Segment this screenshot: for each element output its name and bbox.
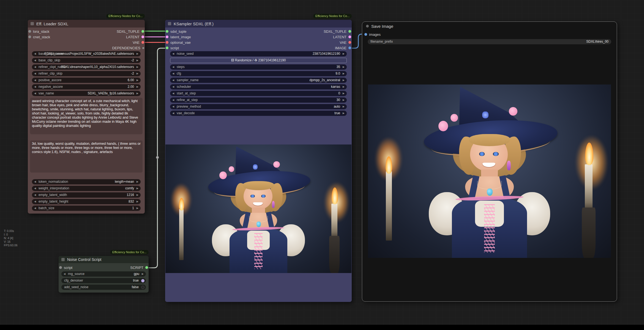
- combo-left-icon[interactable]: ◀: [34, 84, 36, 89]
- combo-left-icon[interactable]: ◀: [64, 271, 66, 277]
- node-title-bar[interactable]: Noise Control Script: [59, 256, 149, 263]
- negative-prompt-textarea[interactable]: 3d, low quality, worst quality, mutation…: [30, 140, 143, 173]
- combo-left-icon[interactable]: ◀: [172, 104, 174, 109]
- port-dot[interactable]: [141, 30, 144, 33]
- combo-left-icon[interactable]: ◀: [34, 91, 36, 96]
- positive-prompt-textarea[interactable]: award winning character concept art of, …: [30, 98, 143, 134]
- combo-right-icon[interactable]: ▶: [137, 71, 138, 76]
- collapse-icon[interactable]: [366, 25, 369, 28]
- port-dot[interactable]: [364, 33, 367, 36]
- port-dot[interactable]: [59, 266, 62, 269]
- port-dot[interactable]: [28, 30, 31, 33]
- widget-refine-at-step[interactable]: ◀refine_at_step30▶: [170, 97, 347, 103]
- port-dot[interactable]: [166, 30, 168, 33]
- reroute-dot[interactable]: [156, 156, 159, 159]
- widget-negative-ascore[interactable]: ◀negative_ascore2.00▶: [32, 84, 141, 89]
- widget-refiner-clip-skip[interactable]: ◀refiner_clip_skip-2▶: [32, 71, 141, 76]
- output-port-vae[interactable]: VAE: [133, 40, 144, 45]
- node-save-image[interactable]: Save Image images filename_prefix SDXL\h…: [362, 21, 617, 302]
- comfyui-canvas[interactable]: Efficiency Nodes for Co... Efficiency No…: [0, 0, 644, 330]
- port-dot[interactable]: [141, 36, 144, 38]
- combo-left-icon[interactable]: ◀: [34, 51, 36, 56]
- combo-left-icon[interactable]: ◀: [34, 186, 36, 191]
- node-title-bar[interactable]: Eff. Loader SDXL: [28, 20, 145, 28]
- widget-steps[interactable]: ◀steps35▶: [170, 64, 347, 70]
- combo-right-icon[interactable]: ▶: [343, 78, 345, 83]
- combo-right-icon[interactable]: ▶: [137, 179, 138, 184]
- combo-right-icon[interactable]: ▶: [343, 97, 345, 103]
- combo-right-icon[interactable]: ▶: [137, 84, 138, 89]
- widget-empty-latent-height[interactable]: ◀empty_latent_height832▶: [32, 199, 141, 204]
- output-port-latent[interactable]: LATENT: [333, 35, 351, 39]
- widget-noise-seed[interactable]: ◀noise_seed238710419612190▶: [170, 51, 347, 56]
- port-dot[interactable]: [348, 47, 351, 49]
- combo-left-icon[interactable]: ◀: [34, 71, 36, 76]
- port-dot[interactable]: [348, 30, 351, 33]
- widget-scheduler[interactable]: ◀schedulerkarras▶: [170, 84, 347, 89]
- combo-left-icon[interactable]: ◀: [34, 199, 36, 204]
- output-port-dependencies[interactable]: DEPENDENCIES: [112, 46, 144, 50]
- widget-batch-size[interactable]: ◀batch_size1▶: [32, 206, 141, 211]
- widget-weight-interpretation[interactable]: ◀weight_interpretationcomfy▶: [32, 186, 141, 191]
- combo-right-icon[interactable]: ▶: [137, 64, 138, 70]
- widget-add-seed-noise[interactable]: add_seed_noisefalse: [61, 285, 146, 290]
- node-noise-control-script[interactable]: Noise Control Script script SCRIPT ◀rng_…: [59, 256, 149, 293]
- combo-left-icon[interactable]: ◀: [34, 192, 36, 198]
- combo-left-icon[interactable]: ◀: [172, 71, 174, 76]
- widget-token-normalization[interactable]: ◀token_normalizationlength+mean▶: [32, 179, 141, 184]
- combo-left-icon[interactable]: ◀: [34, 58, 36, 63]
- combo-left-icon[interactable]: ◀: [172, 51, 174, 56]
- toggle-on-icon[interactable]: [141, 279, 144, 282]
- combo-right-icon[interactable]: ▶: [343, 71, 345, 76]
- input-port-script[interactable]: script: [59, 266, 72, 270]
- combo-left-icon[interactable]: ◀: [172, 111, 174, 116]
- output-port-sdxl-tuple[interactable]: SDXL_TUPLE: [324, 29, 351, 34]
- collapse-icon[interactable]: [31, 22, 34, 25]
- widget-base-ckpt-name[interactable]: ◀base_ckpt_nameSDXL\consensusProjectXLSF…: [32, 51, 141, 56]
- output-port-sdxl-tuple[interactable]: SDXL_TUPLE: [117, 29, 144, 34]
- input-port-sdxl-tuple[interactable]: sdxl_tuple: [166, 29, 187, 34]
- widget-cfg[interactable]: ◀cfg9.0▶: [170, 71, 347, 76]
- port-dot[interactable]: [166, 41, 168, 44]
- collapse-icon[interactable]: [168, 22, 171, 25]
- output-port-latent[interactable]: LATENT: [126, 35, 144, 39]
- combo-right-icon[interactable]: ▶: [343, 51, 345, 56]
- port-dot[interactable]: [145, 266, 148, 269]
- combo-left-icon[interactable]: ◀: [34, 64, 36, 70]
- node-ksampler-sdxl[interactable]: KSampler SDXL (Eff.) sdxl_tuple SDXL_TUP…: [165, 20, 352, 302]
- combo-right-icon[interactable]: ▶: [343, 64, 345, 70]
- combo-left-icon[interactable]: ◀: [172, 84, 174, 89]
- widget-rng-source[interactable]: ◀rng_sourcegpu▶: [61, 271, 146, 277]
- widget-start-at-step[interactable]: ◀start_at_step0▶: [170, 91, 347, 96]
- port-dot[interactable]: [348, 41, 351, 44]
- output-port-vae[interactable]: VAE: [340, 40, 351, 45]
- input-port-images[interactable]: images: [364, 32, 617, 37]
- input-port-script[interactable]: script: [166, 46, 179, 50]
- combo-right-icon[interactable]: ▶: [142, 271, 144, 277]
- randomize-seed-button[interactable]: ⚄ Randomize / ♻ 238710419612190: [170, 58, 347, 63]
- combo-right-icon[interactable]: ▶: [137, 78, 138, 83]
- combo-right-icon[interactable]: ▶: [137, 206, 138, 211]
- widget-cfg-denoiser[interactable]: cfg_denoisertrue: [61, 278, 146, 283]
- widget-sampler-name[interactable]: ◀sampler_namedpmpp_2s_ancestral▶: [170, 78, 347, 83]
- widget-vae-decode[interactable]: ◀vae_decodetrue▶: [170, 111, 347, 116]
- port-dot[interactable]: [166, 47, 168, 49]
- combo-right-icon[interactable]: ▶: [343, 104, 345, 109]
- port-dot[interactable]: [166, 36, 168, 38]
- combo-left-icon[interactable]: ◀: [172, 78, 174, 83]
- combo-left-icon[interactable]: ◀: [172, 64, 174, 70]
- combo-right-icon[interactable]: ▶: [137, 58, 138, 63]
- node-title-bar[interactable]: KSampler SDXL (Eff.): [165, 20, 352, 28]
- combo-right-icon[interactable]: ▶: [137, 199, 138, 204]
- combo-left-icon[interactable]: ◀: [172, 97, 174, 103]
- collapse-icon[interactable]: [61, 258, 65, 261]
- combo-right-icon[interactable]: ▶: [137, 91, 138, 96]
- combo-right-icon[interactable]: ▶: [343, 84, 345, 89]
- input-port-latent-image[interactable]: latent_image: [166, 35, 191, 39]
- node-title-bar[interactable]: Save Image: [362, 22, 617, 31]
- input-port-optional-vae[interactable]: optional_vae: [166, 40, 191, 45]
- input-port-lora-stack[interactable]: lora_stack: [28, 29, 49, 34]
- widget-empty-latent-width[interactable]: ◀empty_latent_width1216▶: [32, 192, 141, 198]
- widget-base-clip-skip[interactable]: ◀base_clip_skip-2▶: [32, 58, 141, 63]
- widget-preview-method[interactable]: ◀preview_methodauto▶: [170, 104, 347, 109]
